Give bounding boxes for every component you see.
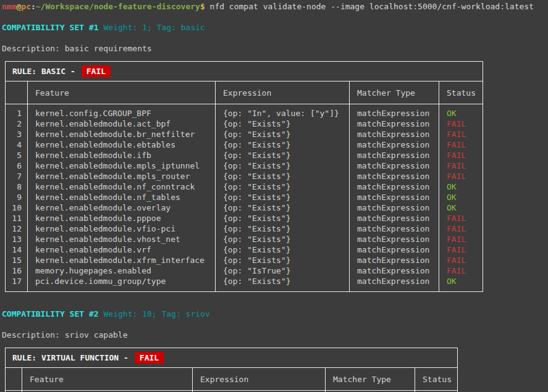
prompt-symbol: $ [200,2,210,11]
table-row: 1kernel.config.CGROUP_BPF{op: "In", valu… [6,104,483,119]
fail-badge: FAIL [135,352,164,364]
matcher-type-cell: matchExpression [350,161,439,171]
matcher-type-cell: matchExpression [350,234,439,244]
expression-cell: {op: "Exists"} [216,140,350,150]
expression-cell: {op: "Exists"} [216,255,350,265]
row-number: 11 [6,213,28,223]
table-row: 7kernel.enabledmodule.mpls_router{op: "E… [6,171,483,181]
expression-cell: {op: "Exists"} [216,202,350,213]
set-heading: COMPATIBILITY SET #1Weight: 1; Tag: basi… [2,22,546,43]
rule-label: RULE: VIRTUAL FUNCTION - [12,353,129,362]
rule-header-row: RULE: BASIC -FAIL [6,62,483,81]
column-header-matcher: Matcher Type [350,81,439,104]
status-value: FAIL [439,213,483,223]
status-value: OK [439,202,483,213]
set-description: Description: basic requirements [2,43,546,54]
row-number: 17 [6,276,28,292]
status-value: OK [439,192,483,202]
row-number: 7 [6,171,28,181]
table-row: 13kernel.enabledmodule.vhost_net{op: "Ex… [6,234,483,244]
feature-cell: kernel.enabledmodule.xfrm_interface [28,255,216,265]
expression-cell: {op: "Exists"} [216,129,350,140]
matcher-type-cell: matchExpression [350,171,439,181]
status-value: OK [439,276,483,292]
feature-cell: pci.device.iommu_group/type [28,276,216,292]
terminal[interactable]: nmm@pc:~/Workspace/node-feature-discover… [0,0,546,391]
table-row: 4kernel.enabledmodule.ebtables{op: "Exis… [6,140,483,150]
rule-header-cell: RULE: BASIC -FAIL [6,62,483,81]
row-number: 5 [6,150,28,161]
prompt-path: ~/Workspace/node-feature-discovery [36,2,200,11]
expression-cell: {op: "Exists"} [216,244,350,255]
feature-cell: kernel.enabledmodule.overlay [28,202,216,213]
status-value: FAIL [439,161,483,171]
row-number: 16 [6,265,28,276]
matcher-type-cell: matchExpression [350,265,439,276]
expression-cell: {op: "Exists"} [216,119,350,129]
set-meta: Weight: 10; Tag: sriov [104,309,210,319]
rule-header-row: RULE: VIRTUAL FUNCTION -FAIL [6,348,458,368]
column-header-status: Status [439,81,483,104]
expression-cell: {op: "Exists"} [216,223,350,234]
rule-table-virtual-function: RULE: VIRTUAL FUNCTION -FAIL Feature Exp… [5,348,458,392]
table-row: 14kernel.enabledmodule.vrf{op: "Exists"}… [6,244,483,255]
feature-cell: kernel.enabledmodule.nf_tables [28,192,216,202]
prompt-colon: : [31,2,36,11]
expression-cell: {op: "Exists"} [216,150,350,161]
table-row: 3kernel.enabledmodule.br_netfilter{op: "… [6,129,483,140]
status-value: OK [439,181,483,192]
row-number: 2 [6,119,28,129]
status-value: FAIL [439,223,483,234]
feature-cell: memory.hugepages.enabled [28,265,216,276]
row-number: 14 [6,244,28,255]
row-number: 1 [6,104,28,119]
matcher-type-cell: matchExpression [350,202,439,213]
expression-cell: {op: "Exists"} [216,192,350,202]
table-row: 6kernel.enabledmodule.mpls_iptunnel{op: … [6,161,483,171]
table-row: 15kernel.enabledmodule.xfrm_interface{op… [6,255,483,265]
row-number: 10 [6,202,28,213]
status-value: FAIL [439,244,483,255]
set-title: COMPATIBILITY SET #1 [2,23,99,32]
row-number: 4 [6,140,28,150]
feature-cell: kernel.enabledmodule.vhost_net [28,234,216,244]
prompt-line: nmm@pc:~/Workspace/node-feature-discover… [2,1,546,22]
column-header-expression: Expression [193,368,326,391]
feature-cell: kernel.enabledmodule.mpls_router [28,171,216,181]
feature-cell: kernel.enabledmodule.br_netfilter [28,129,216,140]
table-row: 10kernel.enabledmodule.overlay{op: "Exis… [6,202,483,213]
matcher-type-cell: matchExpression [350,223,439,234]
set-heading: COMPATIBILITY SET #2Weight: 10; Tag: sri… [2,309,546,330]
status-value: FAIL [439,234,483,244]
rule-table-body: 1kernel.config.CGROUP_BPF{op: "In", valu… [6,104,483,292]
column-header-row: Feature Expression Matcher Type Status [6,368,458,391]
feature-cell: kernel.enabledmodule.ifb [28,150,216,161]
status-value: FAIL [439,255,483,265]
compat-set-2: COMPATIBILITY SET #2Weight: 10; Tag: sri… [2,309,546,392]
feature-cell: kernel.enabledmodule.vrf [28,244,216,255]
set-meta: Weight: 1; Tag: basic [104,23,205,32]
table-row: 16memory.hugepages.enabled{op: "IsTrue"}… [6,265,483,276]
prompt-user: nmm [2,2,16,11]
row-number: 9 [6,192,28,202]
set-title: COMPATIBILITY SET #2 [2,309,99,319]
column-header-row: Feature Expression Matcher Type Status [6,81,483,104]
matcher-type-cell: matchExpression [350,140,439,150]
matcher-type-cell: matchExpression [350,181,439,192]
rule-label: RULE: BASIC - [12,67,75,76]
status-value: FAIL [439,265,483,276]
matcher-type-cell: matchExpression [350,119,439,129]
expression-cell: {op: "Exists"} [216,161,350,171]
table-row: 9kernel.enabledmodule.nf_tables{op: "Exi… [6,192,483,202]
feature-cell: kernel.enabledmodule.ebtables [28,140,216,150]
feature-cell: kernel.config.CGROUP_BPF [28,104,216,119]
matcher-type-cell: matchExpression [350,150,439,161]
prompt-host: pc [21,2,31,11]
command-text: nfd compat validate-node --image localho… [210,2,534,11]
compat-set-1: COMPATIBILITY SET #1Weight: 1; Tag: basi… [2,22,546,292]
table-row: 11kernel.enabledmodule.pppoe{op: "Exists… [6,213,483,223]
feature-cell: kernel.enabledmodule.act_bpf [28,119,216,129]
expression-cell: {op: "IsTrue"} [216,265,350,276]
column-header-feature: Feature [22,368,193,391]
status-value: OK [439,104,483,119]
